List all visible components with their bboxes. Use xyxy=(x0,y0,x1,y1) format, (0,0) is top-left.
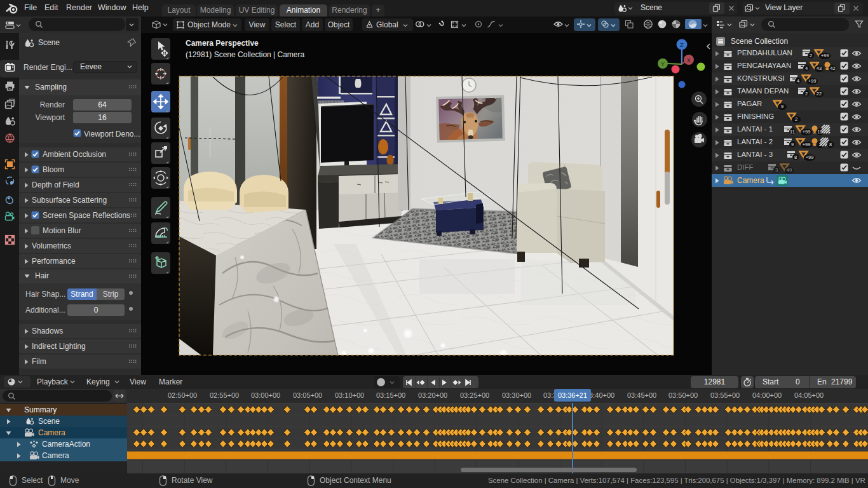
svg-text:2: 2 xyxy=(795,116,797,122)
svg-text:8: 8 xyxy=(829,142,832,147)
svg-text:+99: +99 xyxy=(803,129,811,135)
svg-text:22: 22 xyxy=(817,91,822,97)
svg-text:42: 42 xyxy=(830,65,835,71)
svg-text:4: 4 xyxy=(805,65,808,71)
svg-text:+99: +99 xyxy=(808,78,817,84)
svg-text:2: 2 xyxy=(810,53,812,58)
svg-text:X: X xyxy=(687,57,691,64)
svg-text:Z: Z xyxy=(680,41,684,48)
svg-text:+99: +99 xyxy=(803,142,811,147)
svg-text:+99: +99 xyxy=(806,154,814,160)
svg-text:49: 49 xyxy=(787,167,792,173)
svg-text:9: 9 xyxy=(791,142,794,147)
svg-text:9: 9 xyxy=(781,104,783,109)
svg-text:43: 43 xyxy=(817,65,822,71)
svg-text:3: 3 xyxy=(775,167,778,173)
svg-text:11: 11 xyxy=(790,129,795,135)
svg-text:+99: +99 xyxy=(821,53,829,58)
svg-text:Y: Y xyxy=(661,61,665,67)
svg-text:4: 4 xyxy=(797,78,799,84)
svg-text:2: 2 xyxy=(805,91,808,97)
svg-text:8: 8 xyxy=(794,154,797,160)
